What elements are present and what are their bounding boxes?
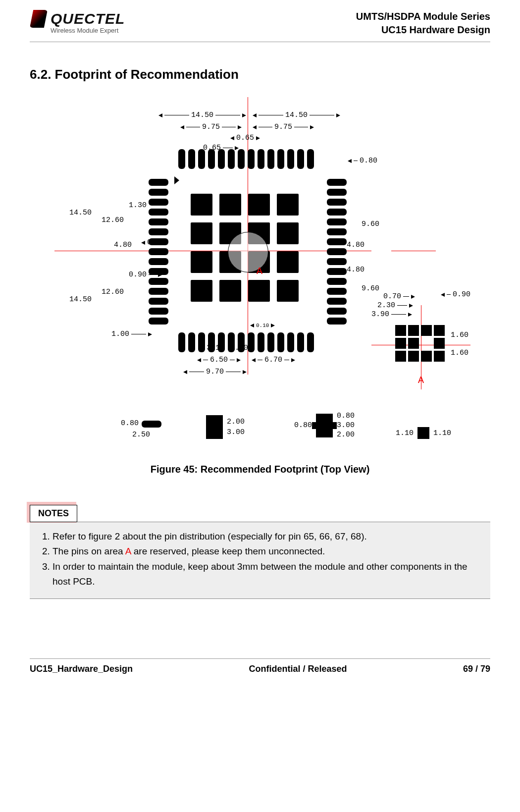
notes-block: NOTES Refer to figure 2 about the pin di… bbox=[30, 505, 490, 599]
figure-caption: Figure 45: Recommended Footprint (Top Vi… bbox=[54, 464, 466, 475]
dim-extA-0-70: 0.70 bbox=[383, 292, 415, 301]
dim-extA-3-90: 3.90 bbox=[371, 310, 412, 319]
logo-block: QUECTEL Wireless Module Expert bbox=[30, 10, 125, 34]
footer-center: Confidential / Released bbox=[249, 664, 347, 674]
logo-tagline: Wireless Module Expert bbox=[51, 27, 125, 34]
pad-detail-3: 0.80 0.80 3.00 2.00 bbox=[277, 412, 371, 439]
dim-bot-0-10: 0.10 bbox=[250, 323, 275, 328]
dim-bot-6-50: 6.50 bbox=[197, 356, 241, 364]
dim-bot-9-70: 9.70 bbox=[183, 368, 247, 376]
area-a-detail: 0.70 2.30 3.90 0.90 1.60 1.60 A bbox=[381, 310, 461, 389]
dim-right-9-60-a: 9.60 bbox=[362, 220, 379, 228]
pad-detail-1: 0.80 2.50 bbox=[109, 419, 173, 439]
section-heading: 6.2. Footprint of Recommendation bbox=[30, 67, 490, 82]
header-line1: UMTS/HSDPA Module Series bbox=[356, 10, 490, 23]
dim-extA-2-30: 2.30 bbox=[377, 301, 413, 310]
footprint-drawing: A 14.50 14.50 9.75 9.75 bbox=[54, 97, 466, 444]
pad-col-left bbox=[149, 179, 168, 325]
dim-bot-6-70: 6.70 bbox=[252, 356, 295, 364]
note-item-2: The pins on area A are reserved, please … bbox=[52, 544, 481, 559]
dim-extA-0-90: 0.90 bbox=[441, 290, 470, 299]
note-item-1: Refer to figure 2 about the pin distribu… bbox=[52, 529, 481, 544]
dim-right-9-60-b: 9.60 bbox=[362, 284, 379, 293]
area-a-label-center: A bbox=[257, 266, 262, 277]
footer-right: 69 / 79 bbox=[463, 664, 490, 674]
dim-left-12-60-b: 12.60 bbox=[102, 288, 124, 296]
pad-col-right bbox=[327, 179, 347, 325]
dim-left-14-50-a: 14.50 bbox=[69, 209, 92, 217]
notes-body: Refer to figure 2 about the pin distribu… bbox=[30, 522, 490, 599]
section-number: 6.2. bbox=[30, 67, 51, 82]
footer-left: UC15_Hardware_Design bbox=[30, 664, 133, 674]
notes-label: NOTES bbox=[30, 505, 77, 522]
header-line2: UC15 Hardware Design bbox=[356, 23, 490, 37]
dim-top-0-65-b: 0.65 bbox=[203, 144, 239, 152]
dim-right-4-80-b: 4.80 bbox=[347, 266, 364, 274]
pad-detail-2: 2.00 3.00 bbox=[188, 415, 262, 439]
figure: A 14.50 14.50 9.75 9.75 bbox=[54, 97, 466, 475]
dim-top-0-65-a: 0.65 bbox=[230, 134, 260, 142]
dim-left-0-90: 0.90 bbox=[129, 271, 162, 279]
pad-row-top bbox=[178, 149, 314, 169]
dim-top-14-50-right: 14.50 bbox=[253, 111, 340, 119]
dim-left-0-40: 0.40 bbox=[141, 238, 165, 247]
pad-detail-row: 0.80 2.50 2.00 3.00 bbox=[109, 389, 461, 439]
dim-bot-3-50: 3.50 bbox=[230, 344, 254, 352]
dim-top-14-50-left: 14.50 bbox=[158, 111, 246, 119]
dim-right-4-80-a: 4.80 bbox=[347, 241, 364, 249]
pad-detail-4: 1.10 1.10 bbox=[386, 427, 461, 439]
page-footer: UC15_Hardware_Design Confidential / Rele… bbox=[30, 658, 490, 674]
dim-extA-1-60-a: 1.60 bbox=[451, 331, 468, 339]
header-right: UMTS/HSDPA Module Series UC15 Hardware D… bbox=[356, 10, 490, 37]
centerline-horizontal-ext bbox=[391, 251, 436, 251]
page-header: QUECTEL Wireless Module Expert UMTS/HSDP… bbox=[30, 10, 490, 42]
section-title: Footprint of Recommendation bbox=[55, 67, 239, 82]
pin1-marker-icon bbox=[174, 176, 179, 184]
dim-left-1-00: 1.00 bbox=[111, 330, 152, 338]
page: QUECTEL Wireless Module Expert UMTS/HSDP… bbox=[0, 0, 520, 694]
dim-right-0-80: 0.80 bbox=[348, 157, 377, 165]
logo-text: QUECTEL bbox=[51, 10, 125, 27]
dim-left-12-60-a: 12.60 bbox=[102, 216, 124, 224]
dim-top-9-75-right: 9.75 bbox=[253, 123, 314, 131]
dim-extA-1-60-b: 1.60 bbox=[451, 349, 468, 357]
dim-left-14-50-b: 14.50 bbox=[69, 295, 92, 304]
dim-bot-3-10: 3.10 bbox=[201, 344, 224, 352]
area-a-label-detail: A bbox=[418, 375, 424, 386]
dim-left-1-30: 1.30 bbox=[129, 201, 147, 210]
note-item-3: In order to maintain the module, keep ab… bbox=[52, 559, 481, 590]
dim-top-9-75-left: 9.75 bbox=[180, 123, 242, 131]
quectel-logo-icon bbox=[30, 10, 48, 28]
dim-left-4-80: 4.80 bbox=[114, 241, 132, 249]
